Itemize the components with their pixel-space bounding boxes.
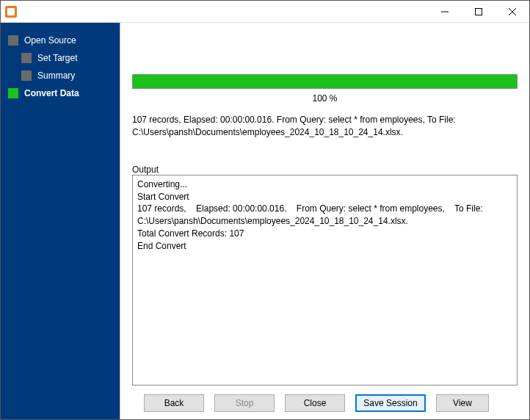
- nav-summary[interactable]: Summary: [1, 67, 120, 84]
- minimize-button[interactable]: [428, 1, 462, 23]
- close-action-button[interactable]: Close: [285, 394, 345, 412]
- progress-bar: [132, 74, 518, 89]
- button-row: Back Stop Close Save Session View: [132, 394, 518, 412]
- view-button[interactable]: View: [436, 394, 489, 412]
- maximize-button[interactable]: [462, 1, 495, 23]
- nav-open-source[interactable]: Open Source: [1, 32, 120, 49]
- svg-rect-1: [476, 8, 482, 15]
- nav-step-icon: [8, 88, 18, 98]
- nav-step-icon: [8, 35, 18, 46]
- back-button[interactable]: Back: [144, 394, 204, 412]
- nav-step-icon: [21, 53, 32, 63]
- nav-step-icon: [21, 70, 32, 81]
- close-button[interactable]: [495, 1, 529, 23]
- nav-label: Summary: [37, 70, 75, 81]
- progress-percent: 100 %: [132, 93, 518, 104]
- titlebar[interactable]: [1, 1, 529, 23]
- window-controls: [428, 1, 529, 23]
- nav-label: Open Source: [24, 35, 76, 46]
- nav-label: Convert Data: [24, 88, 79, 98]
- output-label: Output: [132, 164, 518, 175]
- save-session-button[interactable]: Save Session: [355, 394, 426, 412]
- main-panel: 100 % 107 records, Elapsed: 00:00:00.016…: [120, 23, 529, 419]
- summary-text: 107 records, Elapsed: 00:00:00.016. From…: [132, 114, 518, 140]
- nav-convert-data[interactable]: Convert Data: [1, 84, 120, 102]
- sidebar: Open Source Set Target Summary Convert D…: [1, 23, 120, 419]
- app-icon: [5, 6, 17, 18]
- nav-set-target[interactable]: Set Target: [1, 49, 120, 67]
- output-textarea[interactable]: Converting... Start Convert 107 records,…: [132, 175, 518, 385]
- stop-button[interactable]: Stop: [214, 394, 275, 412]
- nav-label: Set Target: [37, 53, 77, 63]
